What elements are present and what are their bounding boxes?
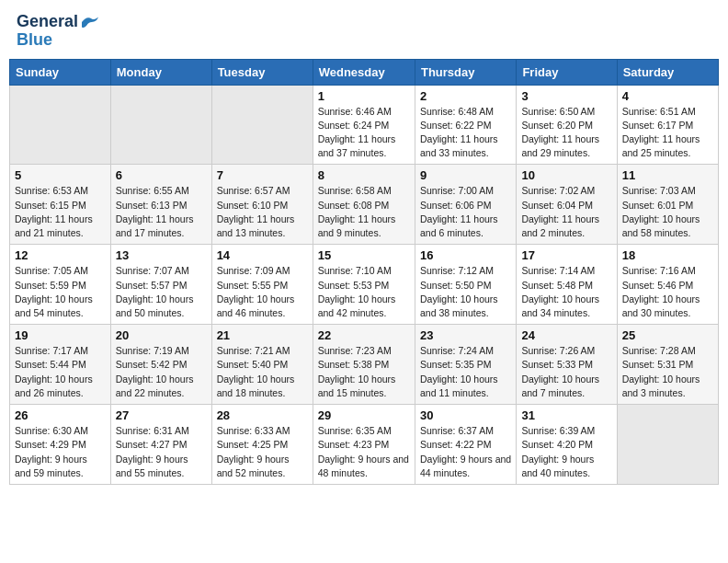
week-row: 1Sunrise: 6:46 AM Sunset: 6:24 PM Daylig… [10, 85, 719, 165]
day-detail: Sunrise: 7:10 AM Sunset: 5:53 PM Dayligh… [318, 264, 410, 320]
day-number: 13 [116, 248, 207, 262]
day-cell: 17Sunrise: 7:14 AM Sunset: 5:48 PM Dayli… [517, 245, 617, 325]
day-cell: 25Sunrise: 7:28 AM Sunset: 5:31 PM Dayli… [617, 325, 718, 405]
day-header-friday: Friday [517, 59, 617, 85]
day-cell: 1Sunrise: 6:46 AM Sunset: 6:24 PM Daylig… [313, 85, 415, 165]
day-number: 7 [217, 168, 308, 182]
day-number: 20 [116, 328, 207, 342]
day-detail: Sunrise: 6:31 AM Sunset: 4:27 PM Dayligh… [116, 424, 207, 480]
day-detail: Sunrise: 6:53 AM Sunset: 6:15 PM Dayligh… [15, 184, 106, 240]
day-number: 8 [318, 168, 410, 182]
day-header-sunday: Sunday [10, 59, 111, 85]
day-detail: Sunrise: 7:19 AM Sunset: 5:42 PM Dayligh… [116, 344, 207, 400]
day-number: 1 [318, 89, 410, 103]
day-cell: 8Sunrise: 6:58 AM Sunset: 6:08 PM Daylig… [313, 165, 415, 245]
day-number: 4 [622, 89, 713, 103]
day-number: 5 [15, 168, 106, 182]
day-detail: Sunrise: 7:03 AM Sunset: 6:01 PM Dayligh… [622, 184, 713, 240]
day-cell: 21Sunrise: 7:21 AM Sunset: 5:40 PM Dayli… [211, 325, 313, 405]
week-row: 5Sunrise: 6:53 AM Sunset: 6:15 PM Daylig… [10, 165, 719, 245]
day-cell: 13Sunrise: 7:07 AM Sunset: 5:57 PM Dayli… [110, 245, 211, 325]
day-number: 6 [116, 168, 207, 182]
week-row: 19Sunrise: 7:17 AM Sunset: 5:44 PM Dayli… [10, 325, 719, 405]
day-cell: 3Sunrise: 6:50 AM Sunset: 6:20 PM Daylig… [517, 85, 617, 165]
day-detail: Sunrise: 6:30 AM Sunset: 4:29 PM Dayligh… [15, 424, 106, 480]
logo: General Blue [17, 13, 100, 50]
day-number: 9 [420, 168, 511, 182]
header-row: SundayMondayTuesdayWednesdayThursdayFrid… [10, 59, 719, 85]
day-number: 21 [217, 328, 308, 342]
day-cell: 9Sunrise: 7:00 AM Sunset: 6:06 PM Daylig… [415, 165, 516, 245]
day-cell: 28Sunrise: 6:33 AM Sunset: 4:25 PM Dayli… [211, 405, 313, 485]
day-cell: 7Sunrise: 6:57 AM Sunset: 6:10 PM Daylig… [211, 165, 313, 245]
day-cell: 5Sunrise: 6:53 AM Sunset: 6:15 PM Daylig… [10, 165, 111, 245]
day-detail: Sunrise: 7:12 AM Sunset: 5:50 PM Dayligh… [420, 264, 511, 320]
day-header-thursday: Thursday [415, 59, 516, 85]
header: General Blue [9, 9, 719, 53]
day-detail: Sunrise: 6:55 AM Sunset: 6:13 PM Dayligh… [116, 184, 207, 240]
day-number: 28 [217, 408, 308, 422]
day-cell: 2Sunrise: 6:48 AM Sunset: 6:22 PM Daylig… [415, 85, 516, 165]
day-cell: 23Sunrise: 7:24 AM Sunset: 5:35 PM Dayli… [415, 325, 516, 405]
day-cell [617, 405, 718, 485]
day-cell [10, 85, 111, 165]
day-header-saturday: Saturday [617, 59, 718, 85]
day-number: 29 [318, 408, 410, 422]
day-cell: 22Sunrise: 7:23 AM Sunset: 5:38 PM Dayli… [313, 325, 415, 405]
day-number: 3 [521, 89, 611, 103]
day-cell: 29Sunrise: 6:35 AM Sunset: 4:23 PM Dayli… [313, 405, 415, 485]
day-number: 2 [420, 89, 511, 103]
day-detail: Sunrise: 7:14 AM Sunset: 5:48 PM Dayligh… [521, 264, 611, 320]
day-number: 24 [521, 328, 611, 342]
day-detail: Sunrise: 7:26 AM Sunset: 5:33 PM Dayligh… [521, 344, 611, 400]
day-number: 18 [622, 248, 713, 262]
day-number: 17 [521, 248, 611, 262]
day-cell: 12Sunrise: 7:05 AM Sunset: 5:59 PM Dayli… [10, 245, 111, 325]
day-number: 10 [521, 168, 611, 182]
day-detail: Sunrise: 6:37 AM Sunset: 4:22 PM Dayligh… [420, 424, 511, 480]
day-cell: 26Sunrise: 6:30 AM Sunset: 4:29 PM Dayli… [10, 405, 111, 485]
day-detail: Sunrise: 7:28 AM Sunset: 5:31 PM Dayligh… [622, 344, 713, 400]
day-detail: Sunrise: 6:33 AM Sunset: 4:25 PM Dayligh… [217, 424, 308, 480]
day-detail: Sunrise: 7:09 AM Sunset: 5:55 PM Dayligh… [217, 264, 308, 320]
day-number: 23 [420, 328, 511, 342]
day-detail: Sunrise: 7:24 AM Sunset: 5:35 PM Dayligh… [420, 344, 511, 400]
day-cell: 31Sunrise: 6:39 AM Sunset: 4:20 PM Dayli… [517, 405, 617, 485]
logo-general: General [17, 13, 78, 31]
day-number: 19 [15, 328, 106, 342]
day-cell: 15Sunrise: 7:10 AM Sunset: 5:53 PM Dayli… [313, 245, 415, 325]
day-cell [110, 85, 211, 165]
day-detail: Sunrise: 6:51 AM Sunset: 6:17 PM Dayligh… [622, 105, 713, 161]
day-number: 25 [622, 328, 713, 342]
day-number: 31 [521, 408, 611, 422]
day-detail: Sunrise: 7:05 AM Sunset: 5:59 PM Dayligh… [15, 264, 106, 320]
day-number: 30 [420, 408, 511, 422]
day-detail: Sunrise: 7:00 AM Sunset: 6:06 PM Dayligh… [420, 184, 511, 240]
day-number: 14 [217, 248, 308, 262]
day-header-wednesday: Wednesday [313, 59, 415, 85]
day-detail: Sunrise: 7:17 AM Sunset: 5:44 PM Dayligh… [15, 344, 106, 400]
day-cell: 24Sunrise: 7:26 AM Sunset: 5:33 PM Dayli… [517, 325, 617, 405]
logo-blue: Blue [17, 31, 100, 50]
day-detail: Sunrise: 6:48 AM Sunset: 6:22 PM Dayligh… [420, 105, 511, 161]
logo-bird-icon [80, 14, 100, 30]
day-detail: Sunrise: 7:16 AM Sunset: 5:46 PM Dayligh… [622, 264, 713, 320]
day-cell [211, 85, 313, 165]
day-cell: 11Sunrise: 7:03 AM Sunset: 6:01 PM Dayli… [617, 165, 718, 245]
day-detail: Sunrise: 6:35 AM Sunset: 4:23 PM Dayligh… [318, 424, 410, 480]
day-cell: 27Sunrise: 6:31 AM Sunset: 4:27 PM Dayli… [110, 405, 211, 485]
day-number: 22 [318, 328, 410, 342]
day-header-tuesday: Tuesday [211, 59, 313, 85]
day-number: 26 [15, 408, 106, 422]
day-header-monday: Monday [110, 59, 211, 85]
day-cell: 4Sunrise: 6:51 AM Sunset: 6:17 PM Daylig… [617, 85, 718, 165]
day-cell: 16Sunrise: 7:12 AM Sunset: 5:50 PM Dayli… [415, 245, 516, 325]
day-detail: Sunrise: 6:50 AM Sunset: 6:20 PM Dayligh… [521, 105, 611, 161]
day-detail: Sunrise: 6:39 AM Sunset: 4:20 PM Dayligh… [521, 424, 611, 480]
day-detail: Sunrise: 6:46 AM Sunset: 6:24 PM Dayligh… [318, 105, 410, 161]
day-detail: Sunrise: 6:57 AM Sunset: 6:10 PM Dayligh… [217, 184, 308, 240]
day-cell: 10Sunrise: 7:02 AM Sunset: 6:04 PM Dayli… [517, 165, 617, 245]
day-detail: Sunrise: 7:21 AM Sunset: 5:40 PM Dayligh… [217, 344, 308, 400]
week-row: 12Sunrise: 7:05 AM Sunset: 5:59 PM Dayli… [10, 245, 719, 325]
day-cell: 14Sunrise: 7:09 AM Sunset: 5:55 PM Dayli… [211, 245, 313, 325]
